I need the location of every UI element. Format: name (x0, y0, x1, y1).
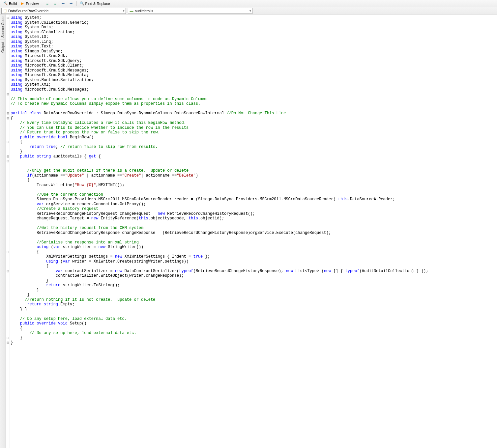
separator (76, 1, 77, 6)
member-dropdown-label: auditdetails (135, 9, 153, 13)
uncomment-button[interactable]: ≡ (52, 1, 59, 6)
class-dropdown[interactable]: ⬚ DataSourceRowOverride ▾ (1, 8, 126, 14)
source-code-tab[interactable]: Source Code (0, 14, 5, 40)
property-icon: ▬ (129, 9, 134, 13)
comment-button[interactable]: ≡ (44, 1, 51, 6)
editor-area: ⊟⊟⊟⊟⊟⊟⊟⊟⊟⊟⊟ using System; using System.C… (6, 14, 497, 448)
output-tab[interactable]: Output (0, 40, 5, 55)
build-icon: 🔨 (3, 1, 8, 6)
indent-button[interactable]: ⇥ (68, 1, 75, 6)
uncomment-icon: ≡ (53, 1, 58, 6)
fold-gutter[interactable]: ⊟⊟⊟⊟⊟⊟⊟⊟⊟⊟⊟ (6, 14, 10, 448)
comment-icon: ≡ (45, 1, 50, 6)
preview-icon: ▶ (20, 1, 25, 6)
toolbar: 🔨 Build ▶ Preview ≡ ≡ ⇤ ⇥ 🔍 Find & Repla… (0, 0, 497, 7)
chevron-down-icon: ▾ (123, 9, 125, 13)
navigation-bar: ⬚ DataSourceRowOverride ▾ ▬ auditdetails… (0, 7, 497, 14)
find-replace-button[interactable]: 🔍 Find & Replace (78, 1, 111, 6)
class-icon: ⬚ (3, 9, 7, 13)
indent-icon: ⇥ (69, 1, 73, 6)
code-editor[interactable]: using System; using System.Collections.G… (10, 14, 497, 448)
member-dropdown[interactable]: ▬ auditdetails ▾ (128, 8, 252, 14)
separator (42, 1, 42, 6)
outdent-button[interactable]: ⇤ (60, 1, 67, 6)
preview-button[interactable]: ▶ Preview (19, 1, 40, 6)
preview-label: Preview (26, 2, 39, 6)
find-label: Find & Replace (85, 2, 110, 6)
outdent-icon: ⇤ (61, 1, 66, 6)
build-label: Build (9, 2, 17, 6)
chevron-down-icon: ▾ (249, 9, 251, 13)
class-dropdown-label: DataSourceRowOverride (8, 9, 48, 13)
search-icon: 🔍 (80, 1, 84, 6)
side-tabs: Source Code Output (0, 14, 6, 448)
build-button[interactable]: 🔨 Build (2, 1, 18, 6)
